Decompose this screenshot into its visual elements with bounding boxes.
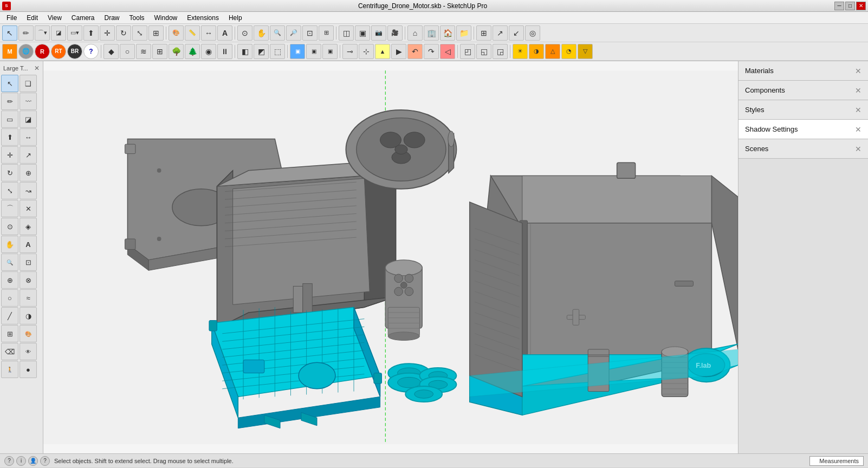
tool-tree[interactable]: 🌳 (169, 44, 184, 59)
tool-sun[interactable]: ☀ (513, 44, 528, 59)
tool-view-front[interactable]: ▣ (290, 44, 305, 59)
minimize-button[interactable]: ─ (834, 2, 844, 10)
lt-zoom[interactable]: 🔍 (1, 253, 18, 271)
menu-tools[interactable]: Tools (125, 13, 149, 23)
lt-pencil[interactable]: ✏ (1, 93, 18, 110)
tool-extra2[interactable]: ↗ (493, 25, 508, 41)
tool-solid2[interactable]: ◩ (254, 44, 269, 59)
menu-edit[interactable]: Edit (22, 13, 42, 23)
lt-push[interactable]: ⬆ (1, 128, 18, 146)
tool-sun5[interactable]: ▽ (578, 44, 593, 59)
lt-section[interactable]: ◈ (20, 218, 37, 235)
toolbar-close-btn[interactable]: ✕ (34, 64, 40, 72)
tool-snap6[interactable]: ↷ (424, 44, 439, 59)
tool-zoom[interactable]: 🔍 (270, 25, 285, 41)
lt-zoom-ext[interactable]: ⊡ (20, 253, 37, 271)
tool-tree2[interactable]: 🌲 (185, 44, 200, 59)
tool-view-left[interactable]: ▣ (322, 44, 338, 59)
tool-snap1[interactable]: ⊸ (342, 44, 358, 59)
materials-close[interactable]: ✕ (855, 67, 861, 75)
menu-help[interactable]: Help (224, 13, 247, 23)
panel-styles[interactable]: Styles ✕ (739, 100, 868, 120)
tool-m[interactable]: M (2, 44, 17, 59)
menu-camera[interactable]: Camera (67, 13, 99, 23)
tool-extra3[interactable]: ↙ (509, 25, 524, 41)
lt-axis[interactable]: ⊕ (1, 271, 18, 289)
tool-box2[interactable]: ◱ (476, 44, 491, 59)
lt-paint[interactable]: 🎨 (20, 325, 37, 342)
tool-select[interactable]: ↖ (2, 25, 17, 41)
tool-sun3[interactable]: △ (545, 44, 560, 59)
lt-3dtext[interactable]: ⊗ (20, 271, 37, 289)
tool-text[interactable]: A (217, 25, 232, 41)
menu-extensions[interactable]: Extensions (183, 13, 223, 23)
tool-solid1[interactable]: ◧ (237, 44, 252, 59)
lt-select[interactable]: ↖ (1, 75, 18, 92)
styles-close[interactable]: ✕ (855, 106, 861, 114)
tool-dim[interactable]: ↔ (201, 25, 216, 41)
status-icon-question[interactable]: ? (4, 456, 14, 466)
tool-world[interactable]: 🌐 (18, 44, 34, 59)
tool-push[interactable]: ⬆ (83, 25, 99, 41)
tool-pan[interactable]: ✋ (254, 25, 269, 41)
lt-fog[interactable]: ≈ (20, 289, 37, 307)
lt-intersect[interactable]: ✕ (20, 200, 37, 217)
lt-flip[interactable]: ⊕ (20, 164, 37, 181)
components-close[interactable]: ✕ (855, 86, 861, 95)
menu-draw[interactable]: Draw (100, 13, 124, 23)
panel-shadow-settings[interactable]: Shadow Settings ✕ (739, 120, 868, 139)
lt-offset[interactable]: ⊞ (1, 325, 18, 342)
tool-camera2[interactable]: 🎥 (387, 25, 403, 41)
tool-pause[interactable]: ⏸ (217, 44, 232, 59)
menu-window[interactable]: Window (150, 13, 182, 23)
tool-eraser[interactable]: ◪ (51, 25, 66, 41)
lt-shadow[interactable]: ◑ (20, 307, 37, 324)
tool-home[interactable]: ⌂ (407, 25, 423, 41)
tool-folder[interactable]: 📁 (456, 25, 471, 41)
tool-scale[interactable]: ⤡ (132, 25, 147, 41)
lt-eye[interactable]: 👁 (20, 343, 37, 360)
maximize-button[interactable]: □ (845, 2, 855, 10)
tool-rotate[interactable]: ↻ (116, 25, 131, 41)
tool-arc[interactable]: ⌒▾ (35, 25, 50, 41)
tool-top[interactable]: ▣ (355, 25, 370, 41)
lt-follow-me[interactable]: ↔ (20, 128, 37, 146)
lt-move[interactable]: ✛ (1, 146, 18, 164)
tool-pencil[interactable]: ✏ (18, 25, 34, 41)
menu-view[interactable]: View (43, 13, 66, 23)
tool-snap5[interactable]: ↶ (407, 44, 423, 59)
lt-rotate[interactable]: ↻ (1, 164, 18, 181)
tool-snap3[interactable]: ▲ (375, 44, 390, 59)
tool-zoom-in[interactable]: 🔎 (286, 25, 301, 41)
tool-rectangle[interactable]: ▭▾ (67, 25, 82, 41)
status-icon-user[interactable]: 👤 (28, 456, 38, 466)
tool-extra4[interactable]: ◎ (525, 25, 540, 41)
close-button[interactable]: ✕ (856, 2, 866, 10)
panel-components[interactable]: Components ✕ (739, 81, 868, 100)
lt-orbit[interactable]: ⊙ (1, 218, 18, 235)
tool-sun4[interactable]: ◔ (561, 44, 576, 59)
lt-rotated-rect[interactable]: ◪ (20, 110, 37, 128)
tool-help[interactable]: ? (83, 44, 99, 59)
tool-offset[interactable]: ⊞ (148, 25, 164, 41)
status-icon-info[interactable]: i (16, 456, 26, 466)
lt-arc[interactable]: ⌒ (1, 200, 18, 217)
lt-circle[interactable]: ○ (1, 289, 18, 307)
lt-line[interactable]: ╱ (1, 307, 18, 324)
tool-snap2[interactable]: ⊹ (359, 44, 374, 59)
tool-building2[interactable]: 🏠 (440, 25, 455, 41)
window-controls[interactable]: ─ □ ✕ (834, 2, 866, 10)
status-icon-help[interactable]: ? (40, 456, 50, 466)
tool-circle2[interactable]: ○ (120, 44, 135, 59)
tool-view-back[interactable]: ▣ (306, 44, 321, 59)
lt-eraser[interactable]: ⌫ (1, 343, 18, 360)
viewport[interactable]: F.lab (43, 61, 738, 453)
lt-followme[interactable]: ↝ (20, 182, 37, 199)
lt-walk[interactable]: 🚶 (1, 361, 18, 378)
tool-circle3[interactable]: ◉ (201, 44, 216, 59)
lt-component[interactable]: ❑ (20, 75, 37, 92)
menu-file[interactable]: File (2, 13, 21, 23)
tool-wave[interactable]: ≋ (136, 44, 151, 59)
lt-text[interactable]: A (20, 236, 37, 253)
scenes-close[interactable]: ✕ (855, 145, 861, 153)
